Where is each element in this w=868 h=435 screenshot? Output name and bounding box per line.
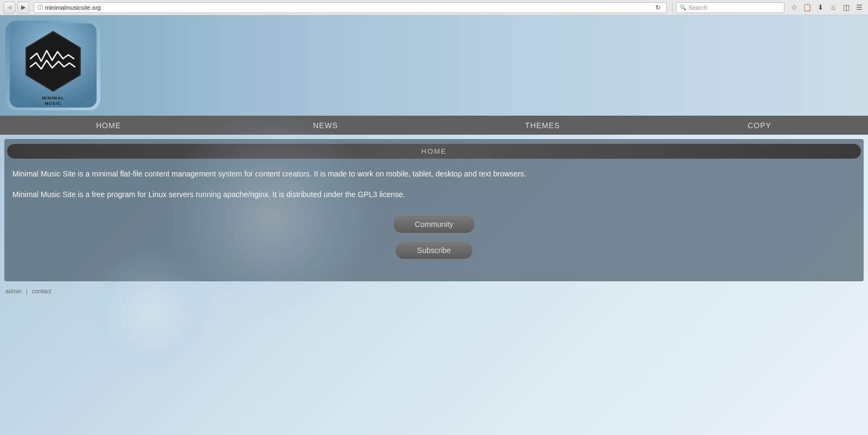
nav-home[interactable]: HOME bbox=[0, 117, 217, 134]
footer-separator: | bbox=[26, 288, 28, 294]
nav-copy[interactable]: COPY bbox=[651, 117, 868, 134]
toolbar-separator bbox=[672, 2, 673, 13]
address-bar[interactable]: ⓘ minimalmusicsite.org ↻ bbox=[34, 2, 667, 13]
button-group: Community Subscribe bbox=[12, 210, 856, 270]
content-para-1: Minimal Music Site is a minimal flat-fil… bbox=[12, 168, 856, 180]
content-para-2: Minimal Music Site is a free program for… bbox=[12, 188, 856, 200]
contact-link[interactable]: contact bbox=[32, 288, 51, 294]
forward-button[interactable]: ▶ bbox=[17, 2, 29, 14]
url-text: minimalmusicsite.org bbox=[45, 4, 101, 11]
home-icon[interactable]: ⌂ bbox=[828, 2, 839, 13]
search-bar[interactable]: 🔍 Search bbox=[676, 2, 784, 13]
toolbar-icons: ☆ 📋 ⬇ ⌂ ◫ ☰ bbox=[789, 2, 865, 13]
site-footer: admin | contact bbox=[0, 286, 868, 297]
svg-text:MUSIC: MUSIC bbox=[44, 101, 61, 106]
site-nav: HOME NEWS THEMES COPY bbox=[0, 116, 868, 135]
reload-button[interactable]: ↻ bbox=[653, 3, 663, 12]
menu-icon[interactable]: ☰ bbox=[854, 2, 865, 13]
community-button[interactable]: Community bbox=[393, 215, 476, 234]
subscribe-button[interactable]: Subscribe bbox=[395, 241, 473, 260]
logo-svg: MINIMAL MUSIC bbox=[10, 23, 97, 108]
logo-container: MINIMAL MUSIC bbox=[5, 21, 100, 110]
admin-link[interactable]: admin bbox=[5, 288, 22, 294]
browser-toolbar: ◀ ▶ ⓘ minimalmusicsite.org ↻ 🔍 Search ☆ … bbox=[0, 0, 868, 15]
main-content: HOME Minimal Music Site is a minimal fla… bbox=[4, 139, 864, 281]
download-icon[interactable]: ⬇ bbox=[815, 2, 826, 13]
nav-news[interactable]: NEWS bbox=[217, 117, 434, 134]
info-icon: ⓘ bbox=[37, 4, 43, 11]
svg-text:MINIMAL: MINIMAL bbox=[42, 96, 64, 100]
nav-themes[interactable]: THEMES bbox=[434, 117, 651, 134]
star-icon[interactable]: ☆ bbox=[789, 2, 800, 13]
content-title: HOME bbox=[422, 147, 447, 155]
content-body: Minimal Music Site is a minimal flat-fil… bbox=[4, 163, 864, 281]
pocket-icon[interactable]: ◫ bbox=[841, 2, 852, 13]
bookmarks-icon[interactable]: 📋 bbox=[802, 2, 813, 13]
content-title-bar: HOME bbox=[7, 143, 861, 159]
search-placeholder: Search bbox=[688, 4, 707, 11]
site-header: MINIMAL MUSIC bbox=[0, 15, 868, 116]
back-button[interactable]: ◀ bbox=[3, 2, 15, 14]
